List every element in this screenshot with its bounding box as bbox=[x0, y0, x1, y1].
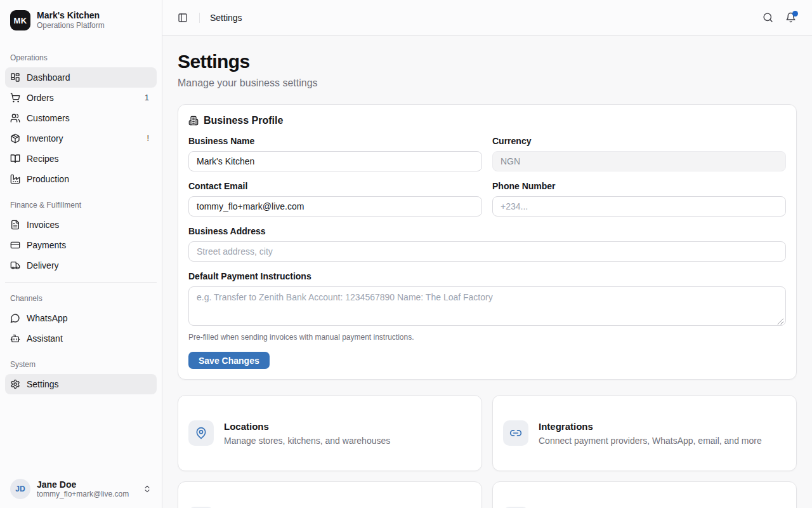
topbar: Settings bbox=[162, 0, 812, 36]
chevrons-up-down-icon bbox=[143, 485, 152, 493]
sidebar-toggle-button[interactable] bbox=[174, 9, 192, 27]
sidebar-item-label: Production bbox=[27, 174, 152, 184]
sidebar-item-invoices[interactable]: Invoices bbox=[5, 215, 157, 235]
currency-field bbox=[492, 151, 786, 171]
map-pin-icon bbox=[188, 420, 214, 446]
truck-icon bbox=[10, 260, 20, 271]
sidebar-item-label: Dashboard bbox=[27, 72, 152, 83]
sidebar-item-recipes[interactable]: Recipes bbox=[5, 149, 157, 169]
sidebar-item-label: WhatsApp bbox=[27, 313, 152, 323]
notification-dot bbox=[792, 11, 798, 17]
panel-left-icon bbox=[178, 13, 188, 23]
sidebar-item-inventory[interactable]: Inventory ! bbox=[5, 128, 157, 149]
shopping-cart-icon bbox=[10, 93, 20, 103]
search-icon bbox=[763, 12, 773, 23]
brand-tagline: Operations Platform bbox=[37, 21, 105, 30]
section-label-channels: Channels bbox=[0, 283, 162, 308]
sidebar-item-label: Delivery bbox=[27, 260, 152, 271]
section-label-system: System bbox=[0, 349, 162, 374]
page-title: Settings bbox=[178, 51, 797, 72]
sidebar-item-label: Settings bbox=[27, 379, 152, 389]
sidebar-item-payments[interactable]: Payments bbox=[5, 235, 157, 255]
users-icon bbox=[10, 113, 20, 123]
notifications-button[interactable] bbox=[782, 9, 799, 27]
save-changes-button[interactable]: Save Changes bbox=[188, 352, 270, 369]
contact-email-field[interactable] bbox=[188, 196, 482, 217]
settings-card-partial[interactable] bbox=[178, 481, 482, 508]
payment-instructions-label: Default Payment Instructions bbox=[188, 271, 786, 282]
currency-label: Currency bbox=[492, 135, 786, 147]
sidebar-item-label: Inventory bbox=[27, 133, 141, 144]
sidebar-item-settings[interactable]: Settings bbox=[5, 374, 157, 394]
bot-icon bbox=[10, 333, 20, 344]
user-menu[interactable]: JD Jane Doe tommy_flo+mark@live.com bbox=[5, 475, 157, 503]
factory-icon bbox=[10, 174, 20, 184]
header-separator bbox=[199, 13, 200, 23]
card-description: Connect payment providers, WhatsApp, ema… bbox=[539, 435, 762, 446]
link-icon bbox=[503, 420, 528, 446]
settings-card-partial[interactable] bbox=[492, 481, 797, 508]
business-address-label: Business Address bbox=[188, 225, 786, 237]
integrations-card[interactable]: Integrations Connect payment providers, … bbox=[492, 395, 797, 471]
main-column: Settings Settings Manage your business s… bbox=[162, 0, 812, 508]
message-circle-icon bbox=[10, 313, 20, 323]
sidebar-item-label: Payments bbox=[27, 240, 152, 250]
business-name-field[interactable] bbox=[188, 151, 482, 171]
file-text-icon bbox=[10, 220, 20, 230]
package-icon bbox=[10, 133, 20, 144]
sidebar-item-label: Recipes bbox=[27, 154, 152, 164]
orders-count-badge: 1 bbox=[145, 93, 152, 102]
payment-instructions-field[interactable] bbox=[188, 286, 786, 326]
breadcrumb: Settings bbox=[210, 13, 242, 23]
search-button[interactable] bbox=[759, 9, 776, 27]
sidebar: MK Mark's Kitchen Operations Platform Op… bbox=[0, 0, 162, 508]
sidebar-item-delivery[interactable]: Delivery bbox=[5, 255, 157, 276]
business-address-field[interactable] bbox=[188, 241, 786, 262]
brand[interactable]: MK Mark's Kitchen Operations Platform bbox=[0, 0, 162, 38]
card-title: Integrations bbox=[539, 420, 762, 432]
dashboard-icon bbox=[10, 72, 20, 83]
card-title: Locations bbox=[224, 420, 390, 432]
phone-number-field[interactable] bbox=[492, 196, 786, 217]
card-description: Manage stores, kitchens, and warehouses bbox=[224, 435, 390, 446]
gear-icon bbox=[10, 379, 20, 389]
book-open-icon bbox=[10, 154, 20, 164]
phone-number-label: Phone Number bbox=[492, 180, 786, 192]
sidebar-item-customers[interactable]: Customers bbox=[5, 108, 157, 128]
section-label-operations: Operations bbox=[0, 38, 162, 67]
user-email: tommy_flo+mark@live.com bbox=[37, 490, 136, 499]
sidebar-item-assistant[interactable]: Assistant bbox=[5, 328, 157, 349]
building-icon bbox=[188, 116, 199, 126]
sidebar-item-whatsapp[interactable]: WhatsApp bbox=[5, 308, 157, 328]
business-profile-card: Business Profile Business Name Currency … bbox=[178, 104, 797, 380]
sidebar-item-dashboard[interactable]: Dashboard bbox=[5, 67, 157, 88]
brand-name: Mark's Kitchen bbox=[37, 10, 105, 21]
avatar: JD bbox=[10, 479, 30, 499]
contact-email-label: Contact Email bbox=[188, 180, 482, 192]
sidebar-item-orders[interactable]: Orders 1 bbox=[5, 88, 157, 108]
sidebar-nav: Operations Dashboard Orders 1 Customers bbox=[0, 38, 162, 470]
page-subtitle: Manage your business settings bbox=[178, 77, 797, 89]
user-name: Jane Doe bbox=[37, 479, 136, 490]
sidebar-item-label: Orders bbox=[27, 93, 138, 103]
settings-page: Settings Manage your business settings B… bbox=[162, 36, 812, 508]
section-label-finance: Finance & Fulfillment bbox=[0, 189, 162, 215]
sidebar-item-label: Customers bbox=[27, 113, 152, 123]
business-name-label: Business Name bbox=[188, 135, 482, 147]
inventory-alert-badge: ! bbox=[147, 134, 152, 143]
payment-instructions-help: Pre-filled when sending invoices with ma… bbox=[188, 333, 786, 342]
brand-logo: MK bbox=[10, 10, 30, 30]
sidebar-item-label: Assistant bbox=[27, 333, 152, 344]
sidebar-item-label: Invoices bbox=[27, 220, 152, 230]
card-title: Business Profile bbox=[204, 115, 283, 126]
locations-card[interactable]: Locations Manage stores, kitchens, and w… bbox=[178, 395, 482, 471]
credit-card-icon bbox=[10, 240, 20, 250]
sidebar-item-production[interactable]: Production bbox=[5, 169, 157, 189]
